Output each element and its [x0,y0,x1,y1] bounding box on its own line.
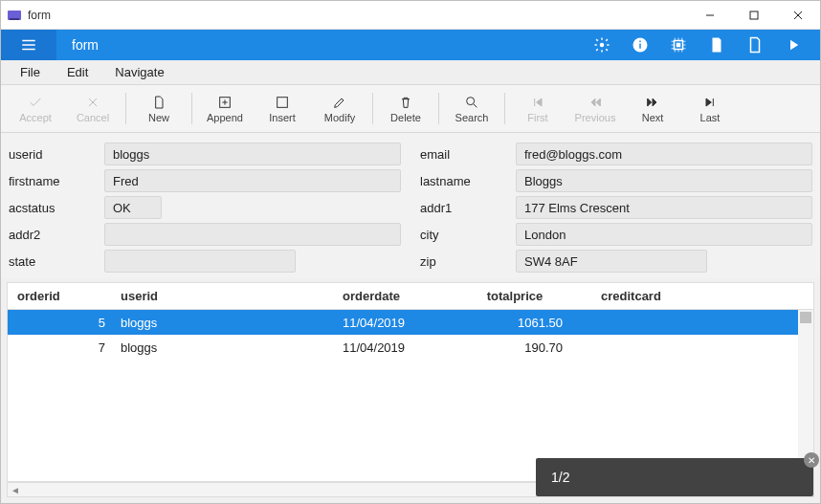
document-icon[interactable] [699,30,734,60]
cancel-label: Cancel [77,112,109,123]
grid-header: orderid userid orderdate totalprice cred… [8,283,813,310]
hamburger-menu-button[interactable] [1,30,56,60]
new-label: New [148,112,169,123]
info-icon[interactable] [623,30,657,60]
cell-userid: bloggs [113,340,343,355]
delete-button[interactable]: Delete [377,85,434,132]
cpu-icon[interactable] [661,30,696,60]
accept-button: Accept [7,85,64,132]
lastname-field[interactable] [516,169,812,192]
menu-navigate[interactable]: Navigate [103,61,175,83]
table-row[interactable]: 5 bloggs 11/04/2019 1061.50 [8,310,813,335]
toast-close-icon[interactable]: ✕ [804,452,819,468]
label-firstname: firstname [9,174,104,188]
next-button[interactable]: Next [624,85,681,132]
svg-rect-1 [10,18,19,20]
first-button: First [509,85,566,132]
new-button[interactable]: New [130,85,188,132]
svg-rect-11 [677,43,681,48]
label-state: state [9,254,104,269]
next-label: Next [642,112,664,123]
svg-rect-3 [750,11,758,19]
cell-orderid: 5 [8,316,113,330]
cancel-button: Cancel [64,85,122,132]
toolbar: Accept Cancel New Append Insert Modify D… [1,85,820,133]
app-bar-title: form [56,37,585,53]
addr2-field[interactable] [104,223,401,246]
label-userid: userid [9,147,104,162]
append-label: Append [207,112,243,123]
svg-rect-9 [639,41,641,43]
acstatus-field[interactable] [104,196,162,219]
cell-orderdate: 11/04/2019 [343,316,448,330]
app-bar: form [1,30,820,60]
label-zip: zip [420,254,516,269]
header-orderid[interactable]: orderid [8,289,113,303]
app-icon [7,8,22,23]
menu-bar: File Edit Navigate [1,60,820,85]
app-bar-actions [585,30,810,60]
grid-body: 5 bloggs 11/04/2019 1061.50 7 bloggs 11/… [8,310,813,481]
svg-rect-13 [277,97,288,107]
label-addr2: addr2 [9,228,104,242]
record-indicator-toast: 1/2 ✕ [536,458,813,496]
cell-totalprice: 1061.50 [448,316,582,330]
insert-label: Insert [269,112,296,123]
search-label: Search [455,112,489,123]
accept-label: Accept [19,112,52,123]
previous-button: Previous [566,85,624,132]
state-field[interactable] [104,250,296,273]
window-controls [688,1,820,29]
svg-point-6 [600,43,605,48]
cell-totalprice: 190.70 [448,340,582,355]
firstname-field[interactable] [104,169,401,192]
label-acstatus: acstatus [9,201,104,215]
append-button[interactable]: Append [196,85,254,132]
label-addr1: addr1 [420,201,516,215]
gear-icon[interactable] [585,30,619,60]
last-label: Last [700,112,721,123]
window-title: form [28,9,688,22]
previous-label: Previous [575,112,616,123]
svg-rect-8 [639,44,641,49]
label-lastname: lastname [420,174,516,188]
modify-label: Modify [324,112,355,123]
maximize-button[interactable] [732,1,776,29]
label-email: email [420,147,516,162]
play-icon[interactable] [776,30,810,60]
insert-button[interactable]: Insert [254,85,311,132]
cell-userid: bloggs [113,316,343,330]
minimize-button[interactable] [688,1,732,29]
application-window: form form File Edit Navigate Accept C [0,0,821,504]
addr1-field[interactable] [516,196,812,219]
form-area: userid email firstname lastname acstatus… [1,133,820,278]
header-creditcard[interactable]: creditcard [582,289,813,303]
menu-file[interactable]: File [9,61,52,83]
cell-orderid: 7 [8,340,113,355]
header-userid[interactable]: userid [113,289,343,303]
search-button[interactable]: Search [443,85,500,132]
zip-field[interactable] [516,250,707,273]
city-field[interactable] [516,223,812,246]
table-row[interactable]: 7 bloggs 11/04/2019 190.70 [8,335,813,360]
header-totalprice[interactable]: totalprice [448,289,582,303]
header-orderdate[interactable]: orderdate [343,289,448,303]
svg-point-14 [467,97,475,104]
last-button[interactable]: Last [681,85,739,132]
delete-label: Delete [390,112,421,123]
scroll-left-arrow-icon[interactable]: ◄ [8,483,23,496]
menu-edit[interactable]: Edit [55,61,100,83]
cell-orderdate: 11/04/2019 [343,340,448,355]
scrollbar-thumb[interactable] [800,312,811,323]
orders-grid: orderid userid orderdate totalprice cred… [7,282,814,482]
close-button[interactable] [776,1,820,29]
first-label: First [527,112,547,123]
title-bar: form [1,1,820,30]
email-field[interactable] [516,142,812,165]
document-outline-icon[interactable] [738,30,772,60]
modify-button[interactable]: Modify [311,85,368,132]
userid-field[interactable] [104,142,401,165]
record-indicator-text: 1/2 [551,470,569,485]
label-city: city [420,228,516,242]
